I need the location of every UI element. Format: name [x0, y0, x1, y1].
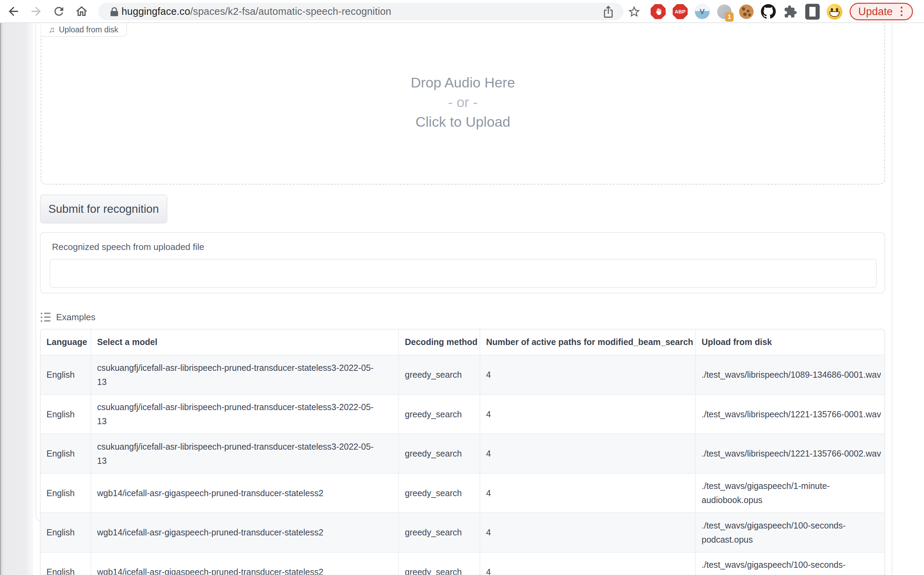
cell-upload-path: ./test_wavs/gigaspeech/100-seconds-podca… [696, 552, 885, 575]
table-row[interactable]: Englishcsukuangfj/icefall-asr-librispeec… [41, 394, 884, 434]
table-row[interactable]: Englishcsukuangfj/icefall-asr-librispeec… [41, 355, 884, 394]
scrollbar-divider[interactable] [892, 23, 892, 575]
submit-button-label: Submit for recognition [49, 202, 159, 216]
recognized-speech-label: Recognized speech from uploaded file [52, 242, 204, 253]
column-header: Upload from disk [696, 329, 885, 355]
cell-num-active-paths: 4 [480, 355, 696, 394]
cell-upload-path: ./test_wavs/librispeech/1221-135766-0001… [696, 394, 885, 434]
cell-num-active-paths: 4 [480, 434, 696, 473]
extension-badge: 1 [725, 13, 733, 22]
reload-icon[interactable] [49, 2, 69, 21]
cell-num-active-paths: 4 [480, 473, 696, 512]
tab-upload-from-disk[interactable]: ♫ Upload from disk [41, 23, 127, 37]
browser-window: huggingface.co/spaces/k2-fsa/automatic-s… [0, 0, 924, 575]
adblock-plus-extension-icon[interactable]: ABP [672, 3, 688, 20]
column-header: Language [41, 329, 91, 355]
examples-table: LanguageSelect a modelDecoding methodNum… [40, 329, 885, 575]
examples-header: Examples [41, 311, 95, 324]
smiley-extension-icon[interactable] [826, 3, 842, 20]
url-bar[interactable]: huggingface.co/spaces/k2-fsa/automatic-s… [98, 3, 624, 20]
cell-decoding-method: greedy_search [399, 512, 480, 552]
cell-language: English [41, 355, 91, 394]
cell-num-active-paths: 4 [480, 512, 696, 552]
cell-num-active-paths: 4 [480, 394, 696, 434]
cell-model: csukuangfj/icefall-asr-librispeech-prune… [91, 434, 399, 473]
cell-decoding-method: greedy_search [399, 552, 480, 575]
recognized-speech-group: Recognized speech from uploaded file [40, 232, 885, 293]
github-icon[interactable] [760, 3, 776, 20]
vimium-label: V [700, 7, 705, 16]
cell-model: wgb14/icefall-asr-gigaspeech-pruned-tran… [91, 552, 399, 575]
cell-decoding-method: greedy_search [399, 434, 480, 473]
cell-model: wgb14/icefall-asr-gigaspeech-pruned-tran… [91, 512, 399, 552]
table-row[interactable]: Englishwgb14/icefall-asr-gigaspeech-prun… [41, 512, 884, 552]
vimium-extension-icon[interactable]: V [694, 3, 710, 20]
browser-toolbar: huggingface.co/spaces/k2-fsa/automatic-s… [0, 0, 924, 23]
cell-upload-path: ./test_wavs/librispeech/1089-134686-0001… [696, 355, 885, 394]
cell-language: English [41, 473, 91, 512]
upload-tab-label: Upload from disk [59, 25, 118, 35]
side-panel-icon[interactable] [804, 3, 820, 20]
extensions-puzzle-icon[interactable] [782, 3, 799, 20]
examples-label: Examples [56, 312, 95, 322]
url-domain: huggingface.co [122, 6, 191, 17]
abp-label: ABP [675, 9, 686, 14]
column-header: Select a model [91, 329, 399, 355]
cell-decoding-method: greedy_search [399, 473, 480, 512]
back-icon[interactable] [3, 2, 24, 21]
click-to-upload-text: Click to Upload [41, 112, 885, 132]
cell-model: csukuangfj/icefall-asr-librispeech-prune… [91, 394, 399, 434]
cookie-extension-icon[interactable] [738, 3, 754, 20]
forward-icon[interactable] [26, 2, 46, 21]
table-row[interactable]: Englishwgb14/icefall-asr-gigaspeech-prun… [41, 473, 884, 512]
list-icon [41, 313, 51, 322]
drop-audio-here-text: Drop Audio Here [41, 73, 885, 93]
cell-upload-path: ./test_wavs/gigaspeech/1-minute-audioboo… [696, 473, 885, 512]
ublock-extension-icon[interactable] [650, 3, 666, 20]
cell-decoding-method: greedy_search [399, 394, 480, 434]
cell-num-active-paths: 4 [480, 552, 696, 575]
cell-language: English [41, 552, 91, 575]
cell-model: csukuangfj/icefall-asr-librispeech-prune… [91, 355, 399, 394]
left-gutter [0, 23, 33, 575]
url-text: huggingface.co/spaces/k2-fsa/automatic-s… [122, 6, 391, 17]
lock-icon[interactable] [111, 7, 118, 16]
chrome-update-button[interactable]: Update ⋮ [849, 3, 913, 20]
music-note-icon: ♫ [49, 25, 55, 34]
cell-upload-path: ./test_wavs/librispeech/1221-135766-0002… [696, 434, 885, 473]
cell-language: English [41, 434, 91, 473]
table-header-row: LanguageSelect a modelDecoding methodNum… [41, 329, 884, 355]
gray-extension-icon[interactable]: 1 [716, 3, 732, 20]
table-row[interactable]: Englishwgb14/icefall-asr-gigaspeech-prun… [41, 552, 884, 575]
submit-for-recognition-button[interactable]: Submit for recognition [40, 195, 167, 224]
update-label: Update [858, 5, 893, 18]
cell-decoding-method: greedy_search [399, 355, 480, 394]
column-header: Decoding method [399, 329, 480, 355]
cell-model: wgb14/icefall-asr-gigaspeech-pruned-tran… [91, 473, 399, 512]
bookmark-star-icon[interactable] [624, 2, 644, 22]
cell-language: English [41, 394, 91, 434]
url-path: /spaces/k2-fsa/automatic-speech-recognit… [191, 6, 391, 17]
dropzone-text[interactable]: Drop Audio Here - or - Click to Upload [41, 73, 885, 132]
browser-menu-icon[interactable]: ⋮ [896, 5, 907, 18]
nav-buttons [3, 2, 92, 21]
table-row[interactable]: Englishcsukuangfj/icefall-asr-librispeec… [41, 434, 884, 473]
home-icon[interactable] [71, 2, 92, 21]
cell-upload-path: ./test_wavs/gigaspeech/100-seconds-podca… [696, 512, 885, 552]
cell-language: English [41, 512, 91, 552]
share-icon[interactable] [599, 2, 618, 22]
recognized-speech-textbox[interactable] [49, 259, 877, 288]
or-text: - or - [41, 93, 885, 112]
toolbar-right-icons: ABP V 1 [599, 0, 913, 23]
column-header: Number of active paths for modified_beam… [480, 329, 696, 355]
